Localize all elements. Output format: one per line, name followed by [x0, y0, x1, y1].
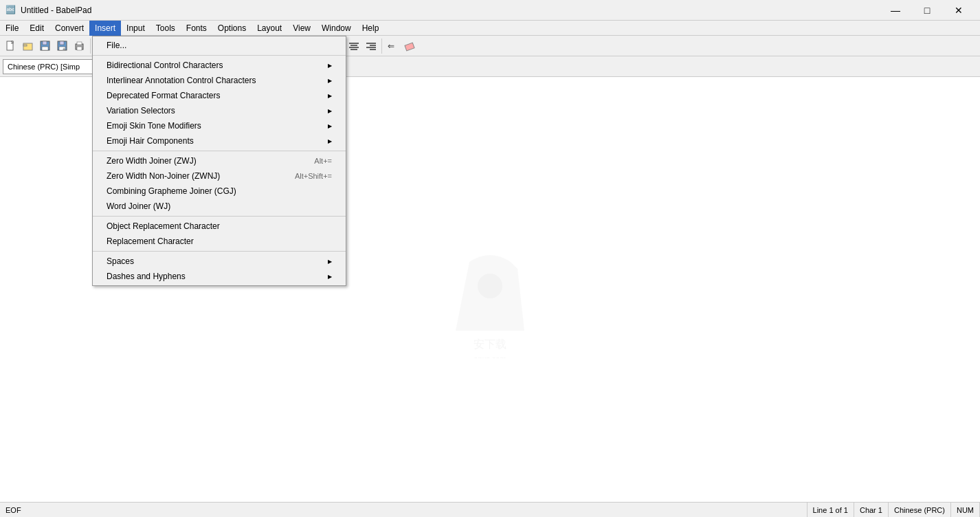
- insert-variation-label: Variation Selectors: [107, 106, 175, 116]
- insert-file-label: File...: [107, 41, 126, 50]
- insert-bidi-item[interactable]: Bidirectional Control Characters: [93, 58, 346, 73]
- insert-interlinear-label: Interlinear Annotation Control Character…: [107, 76, 256, 85]
- insert-dropdown-menu: File... Bidirectional Control Characters…: [92, 36, 346, 286]
- insert-emojiskin-label: Emoji Skin Tone Modifiers: [107, 121, 201, 131]
- menu-edit[interactable]: Edit: [24, 21, 49, 36]
- eraser-button[interactable]: [401, 38, 418, 54]
- statusbar: EOF Line 1 of 1 Char 1 Chinese (PRC) NUM: [0, 502, 980, 517]
- insert-deprecated-item[interactable]: Deprecated Format Characters: [93, 88, 346, 103]
- menu-view[interactable]: View: [287, 21, 316, 36]
- eraser-icon: [404, 41, 415, 52]
- eof-label: EOF: [5, 506, 21, 514]
- insert-bidi-label: Bidirectional Control Characters: [107, 60, 223, 70]
- char-label: Char 1: [860, 506, 882, 514]
- menu-window[interactable]: Window: [316, 21, 357, 36]
- insert-spaces-label: Spaces: [107, 256, 134, 266]
- save-icon: [40, 41, 51, 52]
- align-right-button[interactable]: [363, 38, 379, 54]
- status-num: NUM: [951, 503, 980, 518]
- separator-1: [93, 55, 346, 56]
- insert-spaces-item[interactable]: Spaces: [93, 254, 346, 269]
- saveas-button[interactable]: +: [54, 38, 71, 54]
- svg-rect-13: [77, 47, 82, 50]
- insert-cgj-item[interactable]: Combining Grapheme Joiner (CGJ): [93, 184, 346, 199]
- insert-zwj-label: Zero Width Joiner (ZWJ): [107, 156, 197, 166]
- separator-2: [93, 151, 346, 151]
- align-right-icon: [366, 42, 376, 50]
- insert-objreplace-item[interactable]: Object Replacement Character: [93, 219, 346, 234]
- insert-replace-label: Replacement Character: [107, 236, 194, 246]
- insert-file-item[interactable]: File...: [93, 38, 346, 53]
- insert-zwj-shortcut: Alt+=: [314, 157, 332, 165]
- locale-label: Chinese (PRC): [894, 506, 945, 514]
- menu-help[interactable]: Help: [357, 21, 385, 36]
- insert-wj-label: Word Joiner (WJ): [107, 201, 170, 211]
- insert-emojihair-item[interactable]: Emoji Hair Components: [93, 133, 346, 148]
- svg-rect-31: [405, 43, 414, 51]
- app-icon: 🔤: [5, 5, 16, 16]
- new-icon: [5, 41, 16, 52]
- print-button[interactable]: [71, 38, 88, 54]
- rtl-button[interactable]: ⇐: [384, 38, 401, 54]
- window-controls: — □ ✕: [880, 0, 975, 21]
- menu-layout[interactable]: Layout: [252, 21, 287, 36]
- toolbar-sep-5: [381, 38, 382, 54]
- close-button[interactable]: ✕: [943, 0, 975, 21]
- insert-emojiskin-item[interactable]: Emoji Skin Tone Modifiers: [93, 118, 346, 133]
- svg-rect-8: [60, 41, 64, 45]
- svg-text:⇐: ⇐: [388, 41, 394, 51]
- print-icon: [74, 41, 85, 52]
- insert-deprecated-label: Deprecated Format Characters: [107, 91, 220, 100]
- menu-insert[interactable]: Insert: [89, 21, 121, 36]
- toolbar-sep-1: [90, 38, 91, 54]
- insert-zwnj-shortcut: Alt+Shift+=: [295, 172, 332, 180]
- line-label: Line 1 of 1: [813, 506, 848, 514]
- separator-4: [93, 251, 346, 252]
- insert-zwnj-item[interactable]: Zero Width Non-Joiner (ZWNJ) Alt+Shift+=: [93, 168, 346, 184]
- menu-tools[interactable]: Tools: [151, 21, 181, 36]
- rtl-icon: ⇐: [387, 41, 398, 52]
- align-center-icon: [349, 42, 359, 50]
- insert-wj-item[interactable]: Word Joiner (WJ): [93, 199, 346, 214]
- svg-rect-3: [23, 45, 27, 46]
- insert-interlinear-item[interactable]: Interlinear Annotation Control Character…: [93, 73, 346, 88]
- align-center-button[interactable]: [346, 38, 362, 54]
- menu-fonts[interactable]: Fonts: [181, 21, 212, 36]
- insert-dashes-label: Dashes and Hyphens: [107, 272, 186, 281]
- insert-objreplace-label: Object Replacement Character: [107, 221, 220, 231]
- open-icon: [23, 41, 34, 52]
- main-window: 🔤 Untitled - BabelPad — □ ✕ File Edit Co…: [0, 0, 980, 517]
- new-button[interactable]: [3, 38, 19, 54]
- insert-zwj-item[interactable]: Zero Width Joiner (ZWJ) Alt+=: [93, 153, 346, 168]
- insert-replace-item[interactable]: Replacement Character: [93, 234, 346, 249]
- insert-dashes-item[interactable]: Dashes and Hyphens: [93, 269, 346, 284]
- maximize-button[interactable]: □: [911, 0, 943, 21]
- svg-rect-12: [77, 42, 82, 45]
- insert-emojihair-label: Emoji Hair Components: [107, 136, 194, 146]
- menu-options[interactable]: Options: [212, 21, 252, 36]
- open-button[interactable]: [20, 38, 36, 54]
- menu-input[interactable]: Input: [121, 21, 151, 36]
- saveas-icon: +: [57, 41, 68, 52]
- separator-3: [93, 216, 346, 217]
- insert-cgj-label: Combining Grapheme Joiner (CGJ): [107, 186, 236, 196]
- minimize-button[interactable]: —: [880, 0, 911, 21]
- svg-rect-5: [43, 41, 47, 45]
- status-line: Line 1 of 1: [808, 503, 854, 518]
- window-title: Untitled - BabelPad: [21, 6, 880, 15]
- insert-variation-item[interactable]: Variation Selectors: [93, 103, 346, 118]
- status-eof: EOF: [0, 503, 808, 518]
- save-button[interactable]: [37, 38, 54, 54]
- menu-convert[interactable]: Convert: [49, 21, 89, 36]
- num-label: NUM: [957, 506, 974, 514]
- titlebar: 🔤 Untitled - BabelPad — □ ✕: [0, 0, 980, 21]
- menubar: File Edit Convert Insert Input Tools Fon…: [0, 21, 980, 36]
- menu-file[interactable]: File: [0, 21, 24, 36]
- insert-zwnj-label: Zero Width Non-Joiner (ZWNJ): [107, 171, 220, 181]
- status-char: Char 1: [854, 503, 889, 518]
- status-locale: Chinese (PRC): [889, 503, 951, 518]
- svg-rect-6: [42, 47, 48, 50]
- svg-text:+: +: [63, 47, 65, 52]
